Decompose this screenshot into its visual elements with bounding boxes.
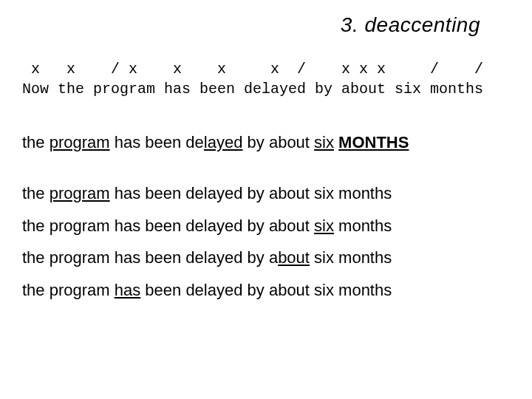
example-line-5: the program has been delayed by about si… xyxy=(22,276,510,304)
nuclear-months: MONTHS xyxy=(338,133,409,151)
slide: 3. deaccenting x x / x x x x / x x x / /… xyxy=(0,0,532,399)
stress-bout-4: bout xyxy=(278,248,310,267)
prosody-text: Now the program has been delayed by abou… xyxy=(22,81,483,98)
example-list: the program has been delayed by about si… xyxy=(22,129,510,304)
stress-has-5: has xyxy=(115,281,140,299)
example-line-3: the program has been delayed by about si… xyxy=(22,212,510,239)
prosody-marks: x x / x x x x / x x x / / xyxy=(22,61,483,78)
stress-program: program xyxy=(50,133,110,151)
stress-six-3: six xyxy=(314,216,334,235)
stress-six: six xyxy=(314,133,334,151)
slide-title: 3. deaccenting xyxy=(22,13,510,37)
prosody-block: x x / x x x x / x x x / / Now the progra… xyxy=(22,59,510,99)
example-line-2: the program has been delayed by about si… xyxy=(22,180,510,207)
example-line-1: the program has been delayed by about si… xyxy=(22,129,510,156)
stress-layed: layed xyxy=(204,133,243,151)
gap xyxy=(22,160,510,180)
stress-program-2: program xyxy=(50,184,110,202)
example-line-4: the program has been delayed by about si… xyxy=(22,244,510,271)
